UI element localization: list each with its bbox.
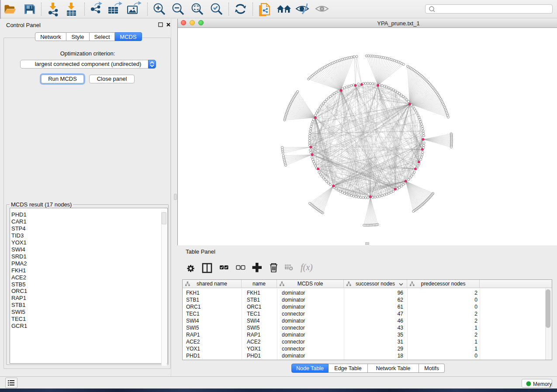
svg-text:f(x): f(x)	[301, 262, 313, 272]
